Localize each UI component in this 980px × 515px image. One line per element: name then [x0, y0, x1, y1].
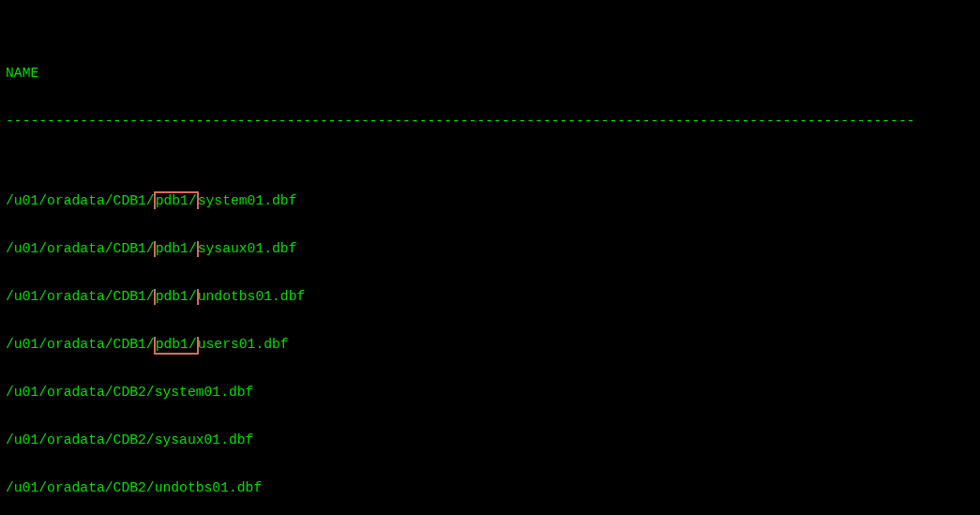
output-row: /u01/oradata/CDB2/system01.dbf	[6, 385, 974, 401]
terminal-output: NAME -----------------------------------…	[0, 0, 980, 515]
output-row: /u01/oradata/CDB1/pdb1/system01.dbf	[6, 193, 974, 209]
highlight-pdb1: pdb1/	[154, 289, 199, 305]
output-row: /u01/oradata/CDB1/pdb1/users01.dbf	[6, 337, 974, 353]
column-header: NAME	[6, 66, 974, 82]
output-row: /u01/oradata/CDB1/pdb1/sysaux01.dbf	[6, 241, 974, 257]
highlight-pdb1: pdb1/	[154, 191, 199, 209]
highlight-pdb1: pdb1/	[154, 241, 199, 257]
highlight-pdb1: pdb1/	[154, 337, 199, 355]
output-row: /u01/oradata/CDB2/sysaux01.dbf	[6, 432, 974, 448]
separator-line: ----------------------------------------…	[6, 114, 974, 129]
output-row: /u01/oradata/CDB1/pdb1/undotbs01.dbf	[6, 289, 974, 305]
output-row: /u01/oradata/CDB2/undotbs01.dbf	[6, 480, 974, 496]
